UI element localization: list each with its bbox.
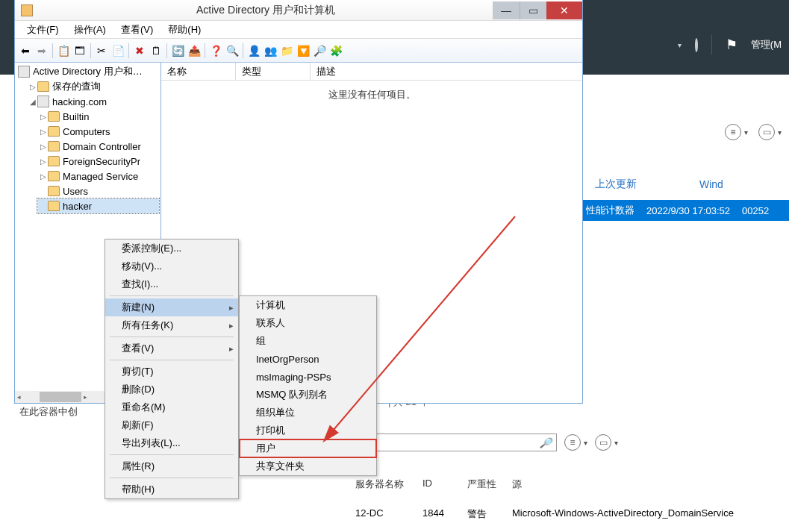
tree-item-label: ForeignSecurityPr bbox=[63, 156, 140, 167]
tree-item-label: 保存的查询 bbox=[52, 80, 101, 93]
tree-item-label: Builtin bbox=[63, 111, 89, 122]
col-last-update[interactable]: 上次更新 bbox=[587, 178, 699, 191]
tree-item-label: hacker bbox=[63, 201, 92, 212]
tree-item-label: Users bbox=[63, 186, 88, 197]
minimize-button[interactable]: — bbox=[493, 1, 520, 19]
refresh-icon[interactable]: 🔄 bbox=[170, 43, 185, 58]
col-id[interactable]: ID bbox=[422, 478, 467, 491]
tree-saved-queries[interactable]: ▷保存的查询 bbox=[27, 79, 159, 94]
col-name[interactable]: 名称 bbox=[161, 63, 236, 80]
titlebar[interactable]: Active Directory 用户和计算机 — ▭ ✕ bbox=[15, 0, 582, 21]
context-menu: 委派控制(E)...移动(V)...查找(I)...新建(N)所有任务(K)查看… bbox=[105, 239, 239, 499]
context-menu-item[interactable]: 删除(D) bbox=[105, 381, 238, 398]
tree-managed-service[interactable]: ▷Managed Service bbox=[37, 169, 159, 184]
group-icon[interactable]: 👥 bbox=[263, 43, 278, 58]
up-icon[interactable]: 📋 bbox=[56, 43, 71, 58]
context-menu-item[interactable]: 移动(V)... bbox=[105, 257, 238, 275]
close-button[interactable]: ✕ bbox=[546, 1, 582, 19]
filter-icon[interactable]: 🔽 bbox=[296, 43, 311, 58]
separator bbox=[243, 43, 243, 58]
submenu-new-item[interactable]: InetOrgPerson bbox=[240, 350, 376, 368]
list-header: 名称 类型 描述 bbox=[161, 63, 582, 81]
copy-icon[interactable]: 📄 bbox=[110, 43, 125, 58]
col-desc[interactable]: 描述 bbox=[311, 63, 582, 80]
context-menu-item[interactable]: 剪切(T) bbox=[105, 363, 238, 381]
filter-dropdown-2[interactable]: ▭ bbox=[595, 434, 618, 451]
menu-separator bbox=[110, 454, 234, 455]
cut-icon[interactable]: ✂ bbox=[94, 43, 109, 58]
tree-root-label: Active Directory 用户和… bbox=[33, 65, 143, 78]
submenu-new-item[interactable]: MSMQ 队列别名 bbox=[240, 386, 376, 404]
dropdown-chevron-icon[interactable]: ▾ bbox=[678, 41, 682, 49]
separator bbox=[205, 43, 205, 58]
back-icon[interactable]: ⬅ bbox=[18, 43, 33, 58]
menu-view[interactable]: 查看(V) bbox=[113, 21, 160, 39]
col-severity[interactable]: 严重性 bbox=[467, 478, 512, 491]
submenu-new-item[interactable]: 组织单位 bbox=[240, 404, 376, 422]
context-menu-item[interactable]: 查找(I)... bbox=[105, 275, 238, 293]
tree-domain[interactable]: ◢hacking.com bbox=[27, 94, 159, 109]
delete-icon[interactable]: ✖ bbox=[132, 43, 147, 58]
menu-separator bbox=[110, 337, 234, 337]
search-icon[interactable]: 🔎 bbox=[540, 437, 552, 448]
user-icon[interactable]: 👤 bbox=[246, 43, 261, 58]
menu-file[interactable]: 文件(F) bbox=[19, 21, 66, 39]
tree-fsp[interactable]: ▷ForeignSecurityPr bbox=[37, 154, 159, 169]
refresh-icon[interactable] bbox=[695, 40, 698, 51]
more-icon[interactable]: 🧩 bbox=[328, 43, 343, 58]
statusbar: 在此容器中创 bbox=[15, 403, 82, 421]
submenu-new-item[interactable]: msImaging-PSPs bbox=[240, 368, 376, 386]
tree-hacker[interactable]: ▷hacker bbox=[37, 198, 159, 213]
col-type[interactable]: 类型 bbox=[236, 63, 311, 80]
forward-icon[interactable]: ➡ bbox=[34, 43, 49, 58]
row-label: 性能计数器 bbox=[580, 204, 640, 217]
export-icon[interactable]: 📤 bbox=[187, 43, 202, 58]
context-menu-item[interactable]: 属性(R) bbox=[105, 457, 238, 475]
ou-icon[interactable]: 📁 bbox=[279, 43, 294, 58]
context-menu-item[interactable]: 查看(V) bbox=[105, 339, 238, 357]
col-source[interactable]: 源 bbox=[512, 478, 537, 491]
search-icon[interactable]: 🔎 bbox=[312, 43, 327, 58]
submenu-new-item[interactable]: 打印机 bbox=[240, 422, 376, 439]
menu-separator bbox=[110, 295, 234, 296]
flag-icon[interactable]: ⚑ bbox=[726, 37, 737, 53]
tree-domain-controllers[interactable]: ▷Domain Controller bbox=[37, 139, 159, 154]
tree-users[interactable]: ▷Users bbox=[37, 184, 159, 198]
find-icon[interactable]: 🔍 bbox=[225, 43, 240, 58]
submenu-new-item[interactable]: 用户 bbox=[240, 439, 376, 457]
context-menu-item[interactable]: 新建(N) bbox=[105, 298, 238, 316]
col-windows[interactable]: Wind bbox=[699, 178, 723, 190]
menubar: 文件(F) 操作(A) 查看(V) 帮助(H) bbox=[15, 21, 582, 39]
submenu-new-item[interactable]: 组 bbox=[240, 332, 376, 350]
filter-input[interactable]: 器 🔎 bbox=[355, 434, 557, 451]
context-menu-item[interactable]: 刷新(F) bbox=[105, 416, 238, 434]
submenu-new-item[interactable]: 计算机 bbox=[240, 296, 376, 314]
context-menu-item[interactable]: 所有任务(K) bbox=[105, 316, 238, 334]
tree-computers[interactable]: ▷Computers bbox=[37, 124, 159, 139]
menu-help[interactable]: 帮助(H) bbox=[160, 21, 208, 39]
help-icon[interactable]: ❓ bbox=[208, 43, 223, 58]
props-icon[interactable]: 🗒 bbox=[149, 43, 163, 58]
submenu-new-item[interactable]: 共享文件夹 bbox=[240, 457, 376, 475]
context-menu-item[interactable]: 导出列表(L)... bbox=[105, 434, 238, 452]
tree-root[interactable]: Active Directory 用户和… bbox=[16, 64, 159, 79]
tasks-dropdown-2[interactable]: ▭ bbox=[758, 124, 782, 140]
menu-action[interactable]: 操作(A) bbox=[66, 21, 113, 39]
context-menu-item[interactable]: 重命名(M) bbox=[105, 398, 238, 416]
col-server[interactable]: 服务器名称 bbox=[355, 478, 422, 491]
context-menu-item[interactable]: 帮助(H) bbox=[105, 481, 238, 498]
maximize-button[interactable]: ▭ bbox=[520, 1, 546, 19]
submenu-new-item[interactable]: 联系人 bbox=[240, 314, 376, 332]
tasks-controls: ≡ ▭ bbox=[725, 124, 782, 140]
filter-dropdown-1[interactable]: ≡ bbox=[564, 434, 587, 451]
manage-menu[interactable]: 管理(M bbox=[751, 38, 782, 51]
tasks-dropdown-1[interactable]: ≡ bbox=[725, 124, 748, 140]
bg-table-header: 上次更新 Wind bbox=[587, 172, 789, 197]
tree-builtin[interactable]: ▷Builtin bbox=[37, 109, 159, 124]
app-icon bbox=[21, 4, 33, 16]
bg-table-row-selected[interactable]: 性能计数器 2022/9/30 17:03:52 00252 bbox=[580, 200, 789, 221]
separator bbox=[128, 43, 129, 58]
context-menu-item[interactable]: 委派控制(E)... bbox=[105, 240, 238, 257]
properties-icon[interactable]: 🗔 bbox=[72, 43, 87, 58]
events-row[interactable]: 12-DC 1844 警告 Microsoft-Windows-ActiveDi… bbox=[355, 507, 789, 521]
